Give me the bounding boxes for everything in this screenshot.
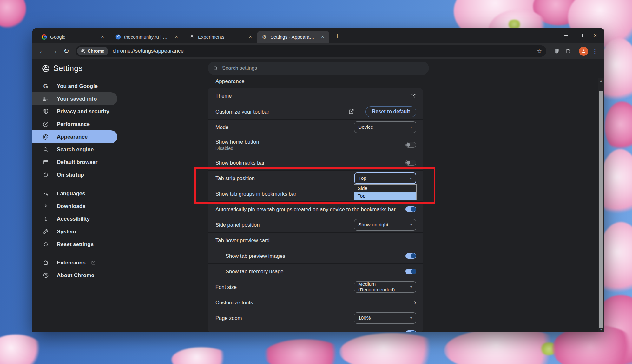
- select-value: 100%: [358, 315, 410, 321]
- scroll-up-arrow[interactable]: ▲: [598, 78, 604, 83]
- new-tab-button[interactable]: +: [332, 31, 343, 42]
- row-label: Show bookmarks bar: [215, 160, 405, 166]
- sidebar-item-you-and-google[interactable]: G You and Google: [32, 80, 117, 93]
- flask-icon: [189, 34, 195, 40]
- desktop-wallpaper: Google × thecommunity.ru | Community × E…: [0, 0, 632, 364]
- row-label: Mode: [215, 124, 354, 130]
- auto-pin-toggle[interactable]: [405, 206, 416, 212]
- sidebar-label: Downloads: [57, 203, 86, 210]
- tab-community[interactable]: thecommunity.ru | Community ×: [111, 31, 183, 43]
- back-button[interactable]: ←: [36, 45, 48, 57]
- search-settings-box[interactable]: [208, 62, 429, 75]
- row-side-panel-position: Side panel position Show on right ▾: [208, 217, 423, 232]
- tab-memory-usage-toggle[interactable]: [405, 269, 416, 274]
- profile-avatar[interactable]: [578, 45, 589, 57]
- row-theme[interactable]: Theme: [208, 88, 423, 104]
- caret-down-icon: ▾: [410, 176, 412, 180]
- clipped-toggle[interactable]: [405, 330, 416, 332]
- row-customize-toolbar[interactable]: Customize your toolbar Reset to default: [208, 104, 423, 119]
- sidebar-item-your-saved-info[interactable]: Your saved info: [32, 92, 117, 105]
- chip-label: Chrome: [88, 49, 104, 54]
- sidebar-item-appearance[interactable]: Appearance: [32, 130, 117, 143]
- gear-icon: ⚙: [261, 34, 267, 40]
- palette-icon: [42, 133, 49, 140]
- toolbar-separator: [576, 48, 576, 54]
- section-title: Appearance: [215, 78, 245, 85]
- extensions-puzzle-icon[interactable]: [562, 45, 574, 57]
- scrollbar[interactable]: ▲ ▼: [598, 78, 604, 332]
- browser-window: Google × thecommunity.ru | Community × E…: [32, 28, 604, 332]
- search-icon: [42, 146, 49, 153]
- settings-sidebar: G You and Google Your saved info Privacy…: [32, 78, 208, 332]
- dropdown-option-top[interactable]: Top: [354, 192, 416, 200]
- person-card-icon: [42, 95, 49, 102]
- tab-label: Google: [50, 34, 96, 40]
- sidebar-item-search-engine[interactable]: Search engine: [32, 143, 117, 156]
- minimize-button[interactable]: [559, 30, 573, 41]
- reset-to-default-button[interactable]: Reset to default: [365, 106, 416, 117]
- row-tab-hover-preview-card: Tab hover preview card: [208, 232, 423, 248]
- tab-close-icon[interactable]: ×: [247, 33, 254, 40]
- sidebar-item-system[interactable]: System: [32, 225, 117, 238]
- sidebar-item-privacy-and-security[interactable]: Privacy and security: [32, 105, 117, 118]
- sidebar-item-accessibility[interactable]: Accessibility: [32, 212, 117, 225]
- scroll-down-arrow[interactable]: ▼: [598, 327, 604, 332]
- font-size-select[interactable]: Medium (Recommended) ▾: [354, 281, 416, 293]
- sidebar-item-downloads[interactable]: Downloads: [32, 200, 117, 213]
- close-button[interactable]: ×: [588, 30, 602, 41]
- sidebar-item-default-browser[interactable]: Default browser: [32, 156, 117, 169]
- select-value: Top: [359, 175, 410, 181]
- page-zoom-select[interactable]: 100% ▾: [354, 312, 416, 324]
- row-show-tab-memory-usage: Show tab memory usage: [208, 263, 423, 279]
- forward-button[interactable]: →: [48, 45, 60, 57]
- sidebar-item-on-startup[interactable]: On startup: [32, 168, 117, 181]
- sidebar-label: Search engine: [57, 146, 94, 153]
- sidebar-item-extensions[interactable]: Extensions: [32, 256, 117, 269]
- row-tab-strip-position: Tab strip position Top ▾ Side Top: [208, 170, 423, 186]
- tab-label: Settings - Appearance: [270, 34, 317, 40]
- speedometer-icon: [42, 121, 49, 128]
- shield-extension-icon[interactable]: [551, 45, 562, 57]
- row-show-tab-preview-images: Show tab preview images: [208, 248, 423, 263]
- sidebar-item-performance[interactable]: Performance: [32, 118, 117, 131]
- reload-button[interactable]: ↻: [60, 45, 72, 57]
- sidebar-item-reset-settings[interactable]: Reset settings: [32, 238, 117, 251]
- tab-close-icon[interactable]: ×: [173, 33, 180, 40]
- leaf: [507, 20, 522, 29]
- sidebar-item-about-chrome[interactable]: About Chrome: [32, 269, 117, 282]
- tab-google[interactable]: Google ×: [37, 31, 109, 43]
- tab-close-icon[interactable]: ×: [319, 33, 326, 40]
- maximize-button[interactable]: [573, 30, 588, 41]
- appearance-card: Theme Customize your toolbar Reset to de…: [208, 88, 423, 332]
- scrollbar-thumb[interactable]: [599, 91, 603, 328]
- tab-preview-images-toggle[interactable]: [405, 253, 416, 259]
- omnibox[interactable]: Chrome chrome://settings/appearance ☆: [76, 45, 546, 57]
- dropdown-option-side[interactable]: Side: [354, 185, 416, 192]
- browser-toolbar: ← → ↻ Chrome chrome://settings/appearanc…: [32, 43, 604, 59]
- avatar: [579, 47, 588, 56]
- show-bookmarks-toggle[interactable]: [405, 160, 416, 166]
- show-home-toggle[interactable]: [405, 142, 416, 148]
- url-text[interactable]: chrome://settings/appearance: [113, 48, 535, 54]
- sidebar-label: Your saved info: [57, 96, 97, 102]
- row-customize-fonts[interactable]: Customize fonts ›: [208, 295, 423, 310]
- bookmark-star-icon[interactable]: ☆: [535, 48, 544, 55]
- tab-experiments[interactable]: Experiments ×: [185, 31, 257, 43]
- sidebar-label: System: [57, 229, 76, 235]
- google-favicon: [41, 34, 47, 40]
- browser-menu-button[interactable]: ⋮: [589, 45, 601, 57]
- side-panel-select[interactable]: Show on right ▾: [354, 219, 416, 231]
- row-label: Customize your toolbar: [215, 109, 348, 115]
- tab-close-icon[interactable]: ×: [99, 33, 106, 40]
- search-input[interactable]: [222, 65, 400, 71]
- mode-select[interactable]: Device ▾: [354, 121, 416, 133]
- row-font-size: Font size Medium (Recommended) ▾: [208, 279, 423, 295]
- caret-down-icon: ▾: [410, 125, 412, 129]
- sidebar-label: On startup: [57, 172, 84, 178]
- external-link-icon[interactable]: [348, 108, 354, 115]
- tab-strip-position-select[interactable]: Top ▾: [354, 172, 416, 184]
- sidebar-item-languages[interactable]: Languages: [32, 187, 117, 200]
- tab-settings-active[interactable]: ⚙ Settings - Appearance ×: [257, 31, 329, 43]
- external-link-icon[interactable]: [410, 93, 416, 99]
- tab-label: Experiments: [198, 34, 244, 40]
